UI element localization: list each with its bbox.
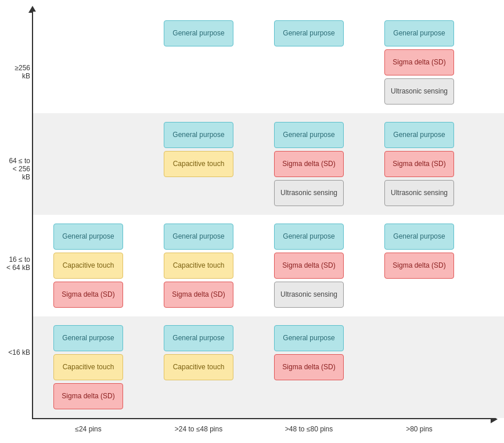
x-axis [32, 418, 494, 419]
y-axis-band-label: 16 ≤ to < 64 kB [6, 255, 30, 272]
chip-box-cap: Capacitive touch [164, 151, 233, 177]
chip-box-gp: General purpose [384, 224, 454, 250]
chip-box-gp: General purpose [274, 20, 344, 46]
chip-box-sd: Sigma delta (SD) [384, 253, 454, 279]
chip-box-us: Ultrasonic sensing [274, 180, 344, 206]
chip-box-sd: Sigma delta (SD) [384, 49, 454, 75]
chip-box-cap: Capacitive touch [164, 354, 233, 380]
chip-box-us: Ultrasonic sensing [384, 78, 454, 105]
chip-box-cap: Capacitive touch [53, 253, 123, 279]
y-axis-band-label: <16 kB [6, 348, 30, 356]
chip-box-sd: Sigma delta (SD) [53, 282, 123, 308]
chip-box-gp: General purpose [53, 325, 123, 351]
chip-box-sd: Sigma delta (SD) [53, 383, 123, 409]
x-axis-label: >48 to ≤80 pins [254, 425, 364, 433]
chip-box-gp: General purpose [274, 122, 344, 148]
x-axis-label: >24 to ≤48 pins [143, 425, 254, 433]
chip-box-sd: Sigma delta (SD) [274, 354, 344, 380]
chip-box-gp: General purpose [274, 325, 344, 351]
y-axis-band-label: 64 ≤ to < 256 kB [6, 157, 30, 181]
chip-box-gp: General purpose [53, 224, 123, 250]
chip-box-gp: General purpose [164, 122, 233, 148]
chip-box-cap: Capacitive touch [164, 253, 233, 279]
chip-box-us: Ultrasonic sensing [384, 180, 454, 206]
chip-box-gp: General purpose [274, 224, 344, 250]
chip-box-gp: General purpose [384, 20, 454, 46]
chip-box-gp: General purpose [164, 325, 233, 351]
chip-box-gp: General purpose [164, 224, 233, 250]
chip-box-sd: Sigma delta (SD) [274, 151, 344, 177]
x-axis-label: >80 pins [364, 425, 474, 433]
x-axis-label: ≤24 pins [33, 425, 143, 433]
chip-box-sd: Sigma delta (SD) [384, 151, 454, 177]
chip-box-gp: General purpose [164, 20, 233, 46]
chip-box-cap: Capacitive touch [53, 354, 123, 380]
chip-box-sd: Sigma delta (SD) [164, 282, 233, 308]
chip-box-gp: General purpose [384, 122, 454, 148]
chip-box-us: Ultrasonic sensing [274, 282, 344, 308]
y-axis-band-label: ≥256 kB [6, 64, 30, 80]
chart-container: ≥256 kB64 ≤ to < 256 kB16 ≤ to < 64 kB<1… [0, 0, 504, 443]
chip-box-sd: Sigma delta (SD) [274, 253, 344, 279]
